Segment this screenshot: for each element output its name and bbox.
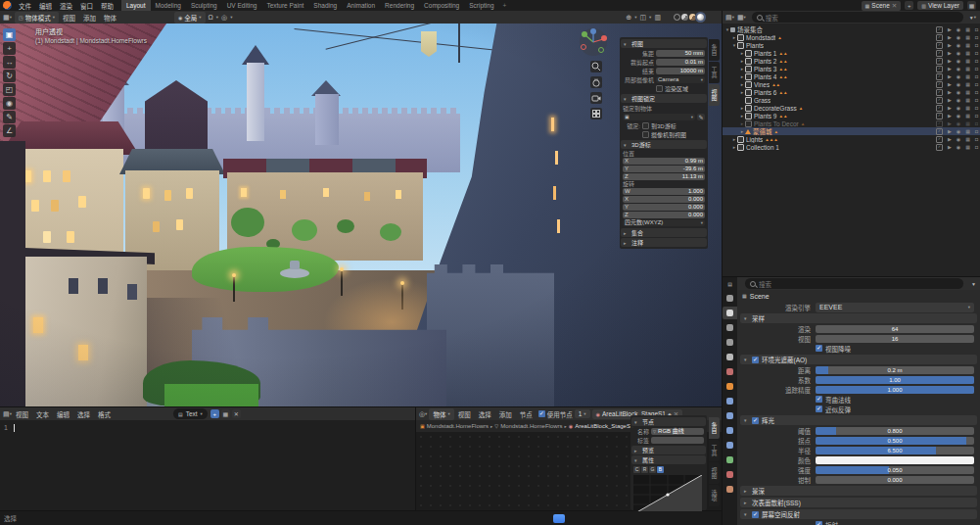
hide-eye-icon[interactable]: ◉ [957, 41, 960, 49]
text-datablock[interactable]: ▤ Text ▾ [173, 408, 208, 419]
prop-slider[interactable]: 1.00 [816, 376, 974, 384]
breadcrumb-object[interactable]: Mondstadt.HomeFlowrs [425, 423, 490, 429]
viewport-disable-icon[interactable]: ▦ [965, 41, 970, 49]
selectable-icon[interactable]: ▶ [948, 65, 952, 72]
outliner-row[interactable]: Grass ✓ ▶ ◉ ▦ ◘ [723, 96, 980, 104]
add-workspace-button[interactable]: + [499, 2, 511, 9]
shader-menu[interactable]: 视图 [454, 409, 475, 419]
row-label[interactable]: Plants 6 [754, 89, 777, 96]
lock-3d-cursor-checkbox[interactable] [642, 122, 649, 129]
lock-object-field[interactable]: ▣▾ [623, 114, 695, 120]
n-panel-tab[interactable]: 选项 [709, 485, 720, 506]
selectable-icon[interactable]: ▶ [948, 112, 952, 119]
checkbox-checked[interactable]: ✓ [816, 521, 822, 525]
curve-channel-button[interactable]: G [649, 466, 656, 473]
node-label-field[interactable] [651, 437, 704, 444]
viewport-canvas[interactable]: 用户透视 (1) Mondstadt | Mondstadt.HomeFlowr… [0, 24, 722, 406]
outliner-row[interactable]: ▾ 场景集合 ✓ ▶ ◉ ▦ ◘ [723, 25, 980, 33]
n-panel-tab[interactable]: 视图 [709, 462, 720, 484]
engine-dropdown[interactable]: EEVEE ▾ [816, 303, 974, 312]
section-sampling[interactable]: ▾采样 [740, 313, 977, 323]
row-label[interactable]: Plants [746, 42, 764, 49]
unlink-text-icon[interactable]: ✕ [232, 409, 241, 418]
outliner-row[interactable]: ▸ Plants 3 ▲▲ ✓ ▶ ◉ ▦ ◘ [723, 65, 980, 72]
viewport-disable-icon[interactable]: ▦ [965, 72, 970, 80]
viewport-disable-icon[interactable]: ▦ [965, 33, 970, 41]
selectable-icon[interactable]: ▶ [948, 41, 952, 49]
snap-magnet-icon[interactable]: Ω [209, 14, 213, 21]
exclude-checkbox[interactable]: ✓ [936, 26, 943, 33]
render-disable-icon[interactable]: ◘ [975, 119, 978, 127]
workspace-tab[interactable]: Modeling [151, 0, 186, 11]
checkbox-checked[interactable]: ✓ [816, 396, 822, 403]
workspace-tab[interactable]: Rendering [380, 0, 419, 11]
open-text-icon[interactable]: ▦ [221, 409, 230, 418]
viewport-menu[interactable]: 视图 [59, 13, 79, 23]
cursor-rot-field[interactable]: W1.000 [623, 188, 705, 195]
viewport-disable-icon[interactable]: ▦ [965, 127, 970, 135]
view-layer-new-icon[interactable]: ▦ [967, 1, 976, 10]
prop-slider[interactable]: 0.000 [816, 476, 974, 484]
shader-menu[interactable]: 添加 [495, 409, 516, 419]
exclude-checkbox[interactable]: ✓ [936, 105, 943, 112]
viewport-disable-icon[interactable]: ▦ [965, 112, 970, 119]
selectable-icon[interactable]: ▶ [948, 57, 952, 65]
properties-tab-render[interactable] [723, 307, 737, 319]
shading-material-icon[interactable] [689, 14, 696, 21]
n-value-field[interactable]: 10000 m [656, 68, 705, 74]
properties-tab-constraints[interactable] [723, 439, 737, 452]
hide-eye-icon[interactable]: ◉ [957, 33, 960, 41]
selectable-icon[interactable]: ▶ [948, 135, 952, 143]
panel-header-collections[interactable]: ▸集合 [621, 228, 707, 237]
row-label[interactable]: Plants 3 [754, 66, 777, 72]
exclude-checkbox[interactable]: ✓ [936, 66, 943, 72]
hide-eye-icon[interactable]: ◉ [957, 135, 960, 143]
zoom-icon[interactable] [590, 61, 602, 72]
exclude-checkbox[interactable]: ✓ [936, 128, 943, 135]
cursor-rot-field[interactable]: X0.000 [623, 196, 705, 203]
exclude-checkbox[interactable]: ✓ [936, 113, 943, 119]
section-checkbox[interactable]: ✓ [752, 417, 759, 424]
panel-header-preview[interactable]: ▸预览 [631, 446, 706, 454]
prop-slider[interactable]: 16 [816, 335, 974, 343]
properties-tab-scene[interactable] [723, 351, 737, 363]
selectable-icon[interactable]: ▶ [948, 25, 952, 33]
topbar-menu[interactable]: 文件 [15, 1, 35, 11]
scene-selector[interactable]: ▦ Scene ✕ [862, 1, 902, 11]
mode-dropdown[interactable]: ◳ 物体模式 ▾ [15, 12, 59, 24]
workspace-tab[interactable]: Compositing [419, 0, 464, 11]
topbar-menu[interactable]: 窗口 [76, 1, 97, 11]
shader-menu[interactable]: 选择 [475, 409, 495, 419]
render-disable-icon[interactable]: ◘ [975, 72, 978, 80]
viewport-disable-icon[interactable]: ▦ [965, 57, 970, 65]
text-editor-menu[interactable]: 格式 [94, 409, 115, 419]
hide-eye-icon[interactable]: ◉ [957, 49, 960, 57]
outliner-row[interactable]: ▸ Plants 4 ▲▲ ✓ ▶ ◉ ▦ ◘ [723, 72, 980, 80]
tool-rotate[interactable]: ↻ [3, 70, 16, 82]
properties-tab-modifiers[interactable] [723, 395, 737, 407]
workspace-tab[interactable]: UV Editing [222, 0, 262, 11]
outliner-row[interactable]: ▸ Plants 9 ▲▲ ✓ ▶ ◉ ▦ ◘ [723, 112, 980, 119]
workspace-tab[interactable]: Scripting [464, 0, 498, 11]
properties-tab-object-data[interactable] [723, 453, 737, 466]
prop-slider[interactable]: 1.000 [816, 386, 974, 394]
proportional-edit-icon[interactable]: ◎ [221, 14, 227, 22]
prop-slider[interactable]: 0.800 [816, 427, 974, 435]
outliner-row[interactable]: ▾ Plants ✓ ▶ ◉ ▦ ◘ [723, 41, 980, 49]
render-disable-icon[interactable]: ◘ [975, 112, 978, 119]
selectable-icon[interactable]: ▶ [948, 96, 952, 104]
exclude-checkbox[interactable]: ✓ [936, 58, 943, 65]
outliner-row[interactable]: ▸ DecorateGrass ▲ ✓ ▶ ◉ ▦ ◘ [723, 104, 980, 112]
panel-header-node[interactable]: ▾节点 [631, 417, 706, 426]
render-disable-icon[interactable]: ◘ [975, 33, 978, 41]
exclude-checkbox[interactable]: ✓ [936, 136, 943, 143]
filter-funnel-icon[interactable]: ▼ [971, 281, 976, 287]
properties-search[interactable]: 搜索 [745, 278, 963, 289]
hide-eye-icon[interactable]: ◉ [957, 88, 960, 96]
exclude-checkbox[interactable]: ✓ [936, 73, 943, 80]
render-disable-icon[interactable]: ◘ [975, 41, 978, 49]
rgb-curve-widget[interactable] [633, 475, 702, 514]
render-disable-icon[interactable]: ◘ [975, 96, 978, 104]
render-disable-icon[interactable]: ◘ [975, 88, 978, 96]
section-checkbox[interactable]: ✓ [752, 357, 759, 363]
